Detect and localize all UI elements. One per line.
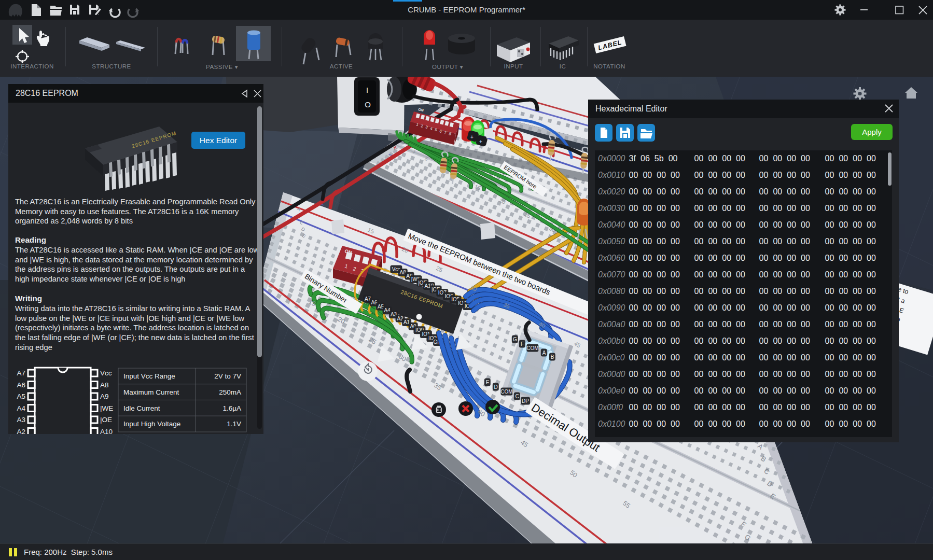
svg-text:A7: A7 bbox=[17, 369, 25, 377]
svg-text:Writing data into the AT28C16: Writing data into the AT28C16 is similar… bbox=[15, 304, 250, 313]
svg-text:F: F bbox=[521, 341, 524, 347]
svg-text:E: E bbox=[486, 380, 490, 385]
svg-text:I: I bbox=[366, 86, 368, 94]
svg-text:DP: DP bbox=[522, 398, 529, 404]
svg-text:high impedance state whenever: high impedance state whenever |CE or |OE… bbox=[15, 275, 185, 283]
svg-text:Input Vcc Range: Input Vcc Range bbox=[123, 372, 175, 380]
svg-text:Reading: Reading bbox=[15, 235, 46, 244]
svg-text:organized as 2,048 words by 8: organized as 2,048 words by 8 bits bbox=[15, 217, 133, 225]
svg-text:|WE: |WE bbox=[100, 404, 113, 412]
svg-text:A8: A8 bbox=[100, 381, 109, 389]
svg-text:O: O bbox=[365, 100, 371, 109]
svg-text:Idle Current: Idle Current bbox=[123, 404, 160, 412]
svg-text:D: D bbox=[494, 384, 497, 390]
svg-text:and |WE is high, the data stor: and |WE is high, the data stored at the … bbox=[15, 256, 253, 264]
svg-text:A10: A10 bbox=[100, 428, 113, 435]
svg-text:Maximum Current: Maximum Current bbox=[123, 388, 179, 396]
svg-text:the last falling edge of |WE (: the last falling edge of |WE (or |CE); t… bbox=[15, 333, 254, 342]
svg-text:250mA: 250mA bbox=[219, 388, 241, 396]
svg-text:A9: A9 bbox=[100, 393, 109, 400]
svg-text:2V to 7V: 2V to 7V bbox=[214, 372, 241, 380]
svg-text:+: + bbox=[479, 139, 482, 145]
svg-text:C: C bbox=[515, 394, 519, 399]
svg-text:B: B bbox=[551, 354, 554, 360]
svg-text:G: G bbox=[513, 337, 517, 342]
svg-text:COM: COM bbox=[526, 345, 538, 351]
svg-text:Memory with easy to use featur: Memory with easy to use features. The AT… bbox=[15, 207, 239, 216]
svg-text:COM: COM bbox=[500, 389, 512, 395]
svg-text:A: A bbox=[542, 350, 546, 356]
svg-text:A4: A4 bbox=[17, 404, 25, 412]
svg-text:(respectively) initiates a byt: (respectively) initiates a byte write. T… bbox=[15, 324, 249, 332]
svg-text:low pulse on the |WE or |CE in: low pulse on the |WE or |CE input with |… bbox=[15, 314, 244, 323]
svg-text:A2: A2 bbox=[17, 428, 25, 435]
svg-text:The AT28C16 is accessed like a: The AT28C16 is accessed like a Static RA… bbox=[15, 246, 259, 254]
svg-text:The AT28C16 is an Electrically: The AT28C16 is an Electrically Erasable … bbox=[15, 198, 256, 206]
svg-text:1.6µA: 1.6µA bbox=[222, 404, 241, 412]
svg-text:A5: A5 bbox=[17, 393, 25, 400]
svg-text:A3: A3 bbox=[17, 416, 25, 424]
svg-text:A6: A6 bbox=[17, 381, 25, 389]
svg-text:+: + bbox=[470, 134, 474, 140]
svg-text:|OE: |OE bbox=[100, 416, 112, 424]
svg-text:the address pins is asserted o: the address pins is asserted on the outp… bbox=[15, 265, 245, 273]
svg-text:1.1V: 1.1V bbox=[227, 420, 241, 428]
svg-text:Vcc: Vcc bbox=[100, 369, 112, 377]
svg-text:Writing: Writing bbox=[15, 294, 42, 303]
svg-text:rising edge: rising edge bbox=[15, 343, 52, 352]
svg-text:Input High Voltage: Input High Voltage bbox=[123, 420, 180, 428]
